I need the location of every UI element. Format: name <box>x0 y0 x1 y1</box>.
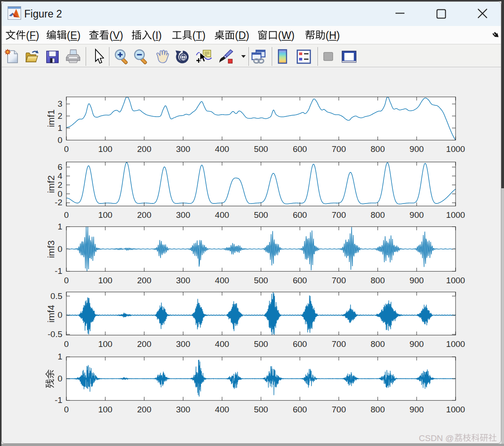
svg-text:(V): (V) <box>109 30 123 41</box>
svg-text:(T): (T) <box>192 30 205 41</box>
svg-text:(D): (D) <box>235 30 249 41</box>
svg-text:(F): (F) <box>26 30 39 41</box>
svg-text:(E): (E) <box>67 30 81 41</box>
svg-text:CSDN @: CSDN @ <box>419 433 454 443</box>
svg-text:(H): (H) <box>326 30 340 41</box>
svg-text:(W): (W) <box>278 30 295 41</box>
svg-text:(I): (I) <box>152 30 162 41</box>
